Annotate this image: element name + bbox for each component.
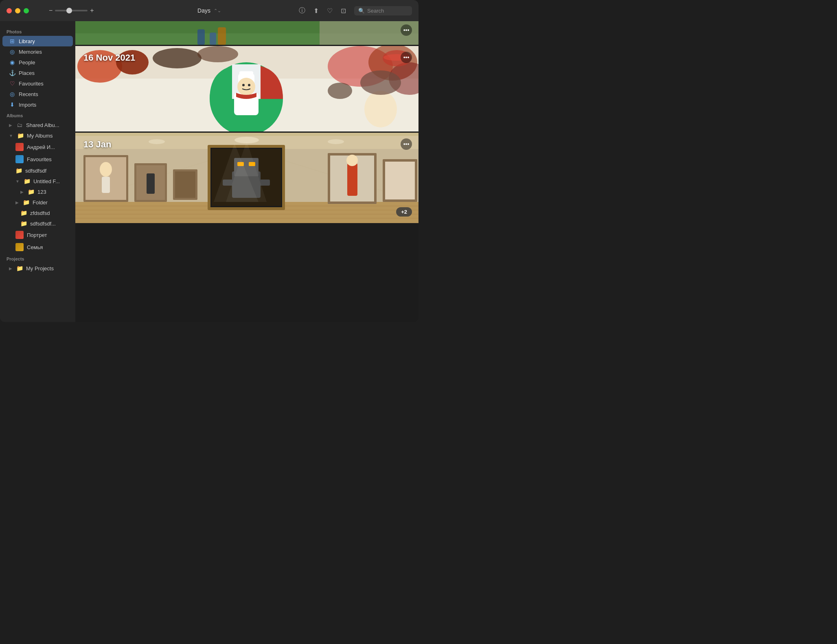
sidebar-item-favourites[interactable]: ♡ Favourites [2,78,73,89]
top-strip-more-button[interactable]: ••• [401,24,412,36]
search-icon: 🔍 [358,8,365,14]
sidebar-item-imports[interactable]: ⬇ Imports [2,99,73,110]
svg-rect-56 [260,180,270,186]
svg-point-22 [242,84,245,86]
sidebar-item-places[interactable]: ⚓ Places [2,68,73,78]
shared-albums-folder-icon: 🗂 [16,122,23,128]
sidebar-item-imports-label: Imports [19,102,66,108]
sidebar-item-my-albums[interactable]: ▼ 📁 My Albums [2,130,73,141]
favourites-icon: ♡ [9,80,15,87]
sidebar-item-memories[interactable]: ◎ Memories [2,46,73,57]
sidebar-section-photos: Photos [0,26,75,36]
sidebar-item-sdfsdfsdf[interactable]: 📁 sdfsdfsdf [2,165,73,176]
svg-rect-44 [147,173,155,194]
sidebar-item-library-label: Library [19,38,66,44]
sidebar-item-untitled-label: Untitled F... [33,178,66,184]
search-bar[interactable]: 🔍 [354,6,412,15]
minimize-button[interactable] [15,8,20,13]
shared-albums-chevron: ▶ [9,123,12,127]
svg-rect-46 [175,171,195,198]
sidebar-section-projects: Projects [0,253,75,263]
info-icon[interactable]: ⓘ [299,7,305,15]
svg-point-66 [328,139,344,144]
sidebar-item-folder-label: Folder [33,199,66,206]
zfdsdfsd-folder-icon: 📁 [20,210,27,216]
content-area: ••• 16 Nov 2021 ••• [75,21,418,322]
portret-thumb [15,231,24,239]
sdfsdfsdf-folder-icon: 📁 [15,167,22,174]
svg-rect-63 [75,133,418,136]
zoom-slider[interactable] [55,10,88,11]
museum-photo-badge: +2 [396,207,412,217]
sidebar-item-favourites-label: Favourites [19,81,66,87]
sidebar-item-andrey-label: Андрей И... [27,144,66,150]
semya-thumb [15,243,24,251]
svg-point-11 [197,46,238,62]
my-projects-chevron: ▶ [9,266,12,271]
view-switcher-icon[interactable]: ⌃⌄ [214,8,221,13]
sidebar-item-people-label: People [19,59,66,66]
my-albums-folder-icon: 📁 [17,132,24,139]
sidebar-item-portret[interactable]: Портрет [2,229,73,241]
sidebar-item-untitled-folder[interactable]: ▼ 📁 Untitled F... [2,176,73,186]
chef-photo-date: 16 Nov 2021 [83,53,135,63]
memories-icon: ◎ [9,48,15,55]
places-icon: ⚓ [9,70,15,76]
library-icon: ⊞ [9,38,15,44]
sidebar-item-sdfsdfsdf2[interactable]: 📁 sdfsdfsdf... [2,218,73,229]
svg-point-10 [153,48,202,68]
svg-point-25 [360,70,401,95]
crop-icon[interactable]: ⊡ [341,7,346,15]
museum-photo-more-button[interactable]: ••• [401,138,412,150]
svg-rect-2 [197,29,205,45]
folder-123-chevron: ▶ [20,190,24,194]
search-input[interactable] [367,8,408,14]
svg-point-24 [364,91,397,127]
sidebar-item-memories-label: Memories [19,49,66,55]
main-layout: Photos ⊞ Library ◎ Memories ◉ People ⚓ P… [0,21,418,322]
sidebar-item-zfdsdfsd-label: zfdsdfsd [30,210,66,216]
sidebar-item-my-projects[interactable]: ▶ 📁 My Projects [2,263,73,274]
share-icon[interactable]: ⬆ [313,7,319,15]
maximize-button[interactable] [24,8,29,13]
sidebar-item-andrey[interactable]: Андрей И... [2,141,73,153]
sidebar-item-shared-albums[interactable]: ▶ 🗂 Shared Albu... [2,120,73,130]
sidebar-item-album-favourites[interactable]: Favourites [2,153,73,165]
chef-photo-more-button[interactable]: ••• [401,52,412,63]
close-button[interactable] [7,8,12,13]
svg-rect-4 [218,27,226,45]
sidebar-item-my-albums-label: My Albums [27,133,66,139]
zoom-in-button[interactable]: + [90,7,94,14]
sidebar-item-semya[interactable]: Семья [2,241,73,253]
sidebar-item-places-label: Places [19,70,66,76]
svg-point-21 [237,78,255,96]
sidebar-item-zfdsdfsd[interactable]: 📁 zfdsdfsd [2,208,73,218]
sidebar: Photos ⊞ Library ◎ Memories ◉ People ⚓ P… [0,21,75,322]
sidebar-item-folder-123[interactable]: ▶ 📁 123 [2,186,73,197]
sidebar-item-semya-label: Семья [27,244,66,250]
svg-rect-59 [347,163,357,196]
sidebar-item-sdfsdfsdf-label: sdfsdfsdf [25,168,66,174]
museum-photo-card: 13 Jan ••• +2 [75,133,418,223]
zoom-thumb[interactable] [66,8,72,13]
zoom-controls: − + [49,7,94,14]
museum-photo-date: 13 Jan [83,139,112,150]
sidebar-item-my-projects-label: My Projects [26,265,66,272]
svg-point-23 [248,84,250,86]
zoom-out-button[interactable]: − [49,7,53,14]
sidebar-item-library[interactable]: ⊞ Library [2,36,73,46]
svg-rect-20 [239,71,253,76]
sidebar-item-people[interactable]: ◉ People [2,57,73,68]
svg-point-40 [100,162,112,177]
heart-icon[interactable]: ♡ [327,7,333,15]
sidebar-item-recents[interactable]: ◎ Recents [2,89,73,99]
andrey-thumb [15,143,24,151]
view-label: Days [197,7,210,14]
sidebar-item-shared-albums-label: Shared Albu... [26,122,66,128]
sidebar-item-portret-label: Портрет [27,232,66,238]
imports-icon: ⬇ [9,101,15,108]
sidebar-item-recents-label: Recents [19,91,66,97]
sidebar-item-folder[interactable]: ▶ 📁 Folder [2,197,73,208]
untitled-folder-icon: 📁 [24,178,30,184]
titlebar: − + Days ⌃⌄ ⓘ ⬆ ♡ ⊡ 🔍 [0,0,418,21]
